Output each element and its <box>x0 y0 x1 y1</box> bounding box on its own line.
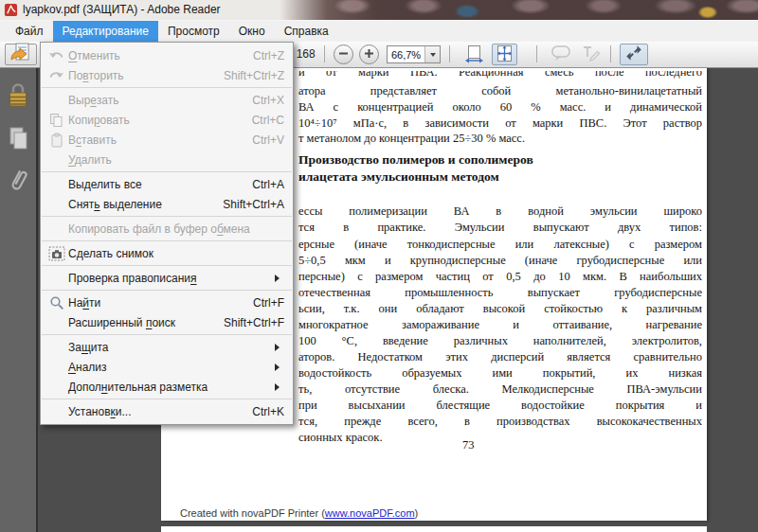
security-panel-button[interactable] <box>4 81 32 112</box>
menu-item-preferences[interactable]: Установки...Ctrl+K <box>41 401 293 421</box>
pages-panel-button[interactable] <box>4 124 32 154</box>
menu-separator <box>42 240 292 241</box>
menu-item-icon-slot <box>45 197 68 212</box>
redo-icon <box>45 68 68 83</box>
menu-item-label: Сделать снимок <box>68 247 153 260</box>
fit-width-icon <box>464 44 484 66</box>
menu-item-shortcut: Ctrl+K <box>252 405 284 418</box>
snapshot-camera-icon <box>45 246 68 261</box>
document-text-line: водостойкость образуемых ими покрытий, и… <box>298 365 702 381</box>
menu-item-label: Установки... <box>68 405 132 418</box>
copy-icon <box>45 113 68 128</box>
toolbar-separator <box>324 45 325 62</box>
menu-item-shortcut: Ctrl+C <box>252 114 284 127</box>
nova-pdf-link[interactable]: www.novaPDF.com <box>325 507 415 519</box>
document-text-line: ессы полимеризации ВА в водной эмульсии … <box>298 204 702 220</box>
menubar-item-help[interactable]: Справка <box>275 21 338 42</box>
speech-bubble-icon <box>550 44 571 65</box>
nova-pdf-footer: Created with novaPDF Printer (www.novaPD… <box>180 507 418 519</box>
menu-item-check-spelling[interactable]: Проверка правописания <box>41 268 293 288</box>
footer-prefix: Created with novaPDF Printer ( <box>180 507 325 519</box>
open-file-button[interactable] <box>5 44 37 65</box>
fit-width-button[interactable] <box>461 44 487 65</box>
edit-menu-dropdown: ОтменитьCtrl+ZПовторитьShift+Ctrl+ZВырез… <box>40 42 294 425</box>
menu-item-extended-markup[interactable]: Дополнительная разметка <box>41 377 293 397</box>
menu-item-label: Проверка правописания <box>68 272 197 285</box>
menu-item-icon-slot <box>45 222 68 237</box>
menu-item-select-all[interactable]: Выделить всеCtrl+A <box>41 174 293 194</box>
menu-item-shortcut: Ctrl+X <box>252 94 284 107</box>
comment-button <box>548 44 573 65</box>
menubar-item-view[interactable]: Просмотр <box>158 21 229 42</box>
menu-separator <box>42 399 292 399</box>
menu-item-shortcut: Shift+Ctrl+F <box>224 316 284 329</box>
menu-item-find[interactable]: НайтиCtrl+F <box>41 293 293 312</box>
menu-item-icon-slot <box>45 340 68 355</box>
menu-item-label: Отменить <box>68 49 120 62</box>
attachments-panel-button[interactable] <box>4 167 32 197</box>
menu-item-icon-slot <box>45 271 68 286</box>
menu-item-shortcut: Ctrl+V <box>252 133 284 147</box>
zoom-out-button[interactable] <box>334 44 353 64</box>
menu-item-analysis[interactable]: Анализ <box>41 357 293 377</box>
menu-item-redo: ПовторитьShift+Ctrl+Z <box>41 65 293 85</box>
fit-page-button[interactable] <box>492 44 517 65</box>
document-text-line: отечественная промышленность выпускает г… <box>298 285 702 301</box>
window-title: lyapkov.pdf (ЗАЩИТА) - Adobe Reader <box>23 3 221 16</box>
document-text-line: т метанолом до концентрации 25÷30 % масс… <box>298 131 702 147</box>
submenu-arrow-icon <box>275 383 283 391</box>
menu-item-label: Найти <box>68 296 100 310</box>
document-text-line: тся, прежде всего, в производствах высок… <box>298 414 702 430</box>
undo-icon <box>45 48 68 63</box>
paperclip-icon <box>7 165 29 200</box>
navigation-sidebar <box>0 68 38 532</box>
text-edit-button <box>578 44 604 65</box>
open-file-icon <box>9 43 33 66</box>
menu-item-delete: Удалить <box>41 150 293 169</box>
menu-item-label: Вставить <box>68 133 117 147</box>
menu-item-shortcut: Ctrl+A <box>252 178 284 191</box>
menu-bar: ФайлРедактированиеПросмотрОкноСправка <box>0 21 758 42</box>
menu-separator <box>42 171 292 172</box>
toolbar-separator <box>449 45 450 62</box>
pdf-file-icon <box>4 3 18 17</box>
document-text-line: и от марки ПВА. Реакционная смесь после … <box>298 68 702 80</box>
document-text-line: аторов. Недостатком этих дисперсий являе… <box>298 349 702 365</box>
menubar-item-window[interactable]: Окно <box>229 21 275 42</box>
menu-separator <box>42 265 292 266</box>
page-total-label: / 168 <box>290 42 316 67</box>
document-text-line: 100 °С, введение различных наполнителей,… <box>298 333 702 349</box>
menu-item-label: Анализ <box>68 361 107 374</box>
zoom-dropdown-arrow-icon[interactable] <box>424 46 440 62</box>
pdf-next-page <box>161 526 707 532</box>
fullscreen-button[interactable] <box>620 44 648 65</box>
zoom-in-button[interactable] <box>359 44 379 64</box>
footer-suffix: ) <box>415 507 419 519</box>
menu-item-icon-slot <box>45 93 68 108</box>
toolbar-separator <box>610 45 611 62</box>
menu-item-shortcut: Shift+Ctrl+A <box>223 198 284 211</box>
menu-separator <box>42 334 292 335</box>
menubar-item-file[interactable]: Файл <box>6 21 53 42</box>
menu-item-label: Снять выделение <box>68 198 162 211</box>
paste-icon <box>45 133 68 148</box>
menu-item-icon-slot <box>45 360 68 375</box>
submenu-arrow-icon <box>275 344 283 351</box>
menubar-item-edit[interactable]: Редактирование <box>53 21 158 42</box>
menu-item-paste: ВставитьCtrl+V <box>41 130 293 150</box>
page-number: 73 <box>462 437 475 453</box>
menu-item-take-snapshot[interactable]: Сделать снимок <box>41 243 293 263</box>
menu-item-protection[interactable]: Защита <box>41 337 293 357</box>
lock-icon <box>7 81 29 113</box>
zoom-level-control[interactable]: 66,7% <box>387 45 441 63</box>
document-text-line: ерсные (иначе тонкодисперсные или латекс… <box>298 237 702 253</box>
menu-item-deselect-all[interactable]: Снять выделениеShift+Ctrl+A <box>41 194 293 214</box>
document-text-line: илацетата эмульсионным методом <box>298 169 702 186</box>
pages-icon <box>7 125 29 154</box>
menu-item-advanced-search[interactable]: Расширенный поискShift+Ctrl+F <box>41 312 293 332</box>
menu-item-label: Повторить <box>68 69 124 82</box>
submenu-arrow-icon <box>275 275 283 282</box>
menu-item-icon-slot <box>45 404 68 419</box>
zoom-level-value: 66,7% <box>388 49 424 61</box>
title-bar: lyapkov.pdf (ЗАЩИТА) - Adobe Reader <box>0 0 758 21</box>
